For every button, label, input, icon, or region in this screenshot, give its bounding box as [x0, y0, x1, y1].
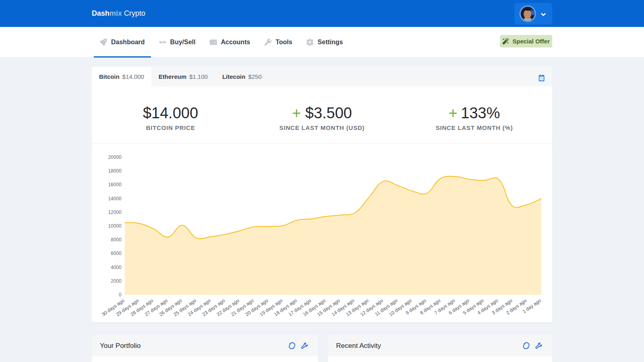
svg-text:10000: 10000 [108, 223, 122, 229]
svg-text:12000: 12000 [108, 210, 122, 215]
svg-text:8000: 8000 [111, 237, 122, 243]
svg-text:4000: 4000 [111, 265, 122, 270]
svg-text:0: 0 [119, 292, 122, 298]
svg-text:2000: 2000 [111, 278, 122, 284]
svg-text:16000: 16000 [108, 182, 122, 187]
svg-text:20000: 20000 [108, 154, 122, 160]
svg-text:14000: 14000 [108, 196, 122, 202]
svg-text:18000: 18000 [108, 168, 122, 174]
svg-text:6000: 6000 [111, 251, 122, 256]
